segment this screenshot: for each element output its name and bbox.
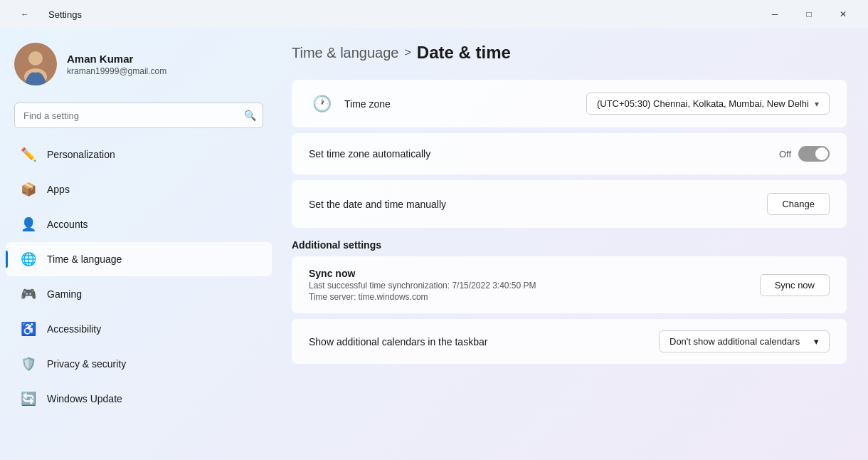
nav-list: ✏️Personalization📦Apps👤Accounts🌐Time & l… bbox=[0, 137, 277, 417]
timezone-value: (UTC+05:30) Chennai, Kolkata, Mumbai, Ne… bbox=[597, 98, 809, 109]
breadcrumb-parent: Time & language bbox=[292, 45, 398, 61]
sync-subtitle2: Time server: time.windows.com bbox=[309, 292, 536, 302]
sidebar-item-time-language[interactable]: 🌐Time & language bbox=[6, 242, 272, 276]
timezone-card-left: 🕐 Time zone bbox=[309, 95, 391, 113]
sidebar-item-label-time-language: Time & language bbox=[47, 253, 122, 265]
personalization-icon: ✏️ bbox=[20, 146, 37, 163]
calendar-dropdown[interactable]: Don't show additional calendars ▾ bbox=[659, 330, 830, 352]
sidebar-item-personalization[interactable]: ✏️Personalization bbox=[6, 137, 272, 172]
search-icon: 🔍 bbox=[244, 110, 256, 121]
set-timezone-auto-label: Set time zone automatically bbox=[309, 148, 430, 160]
timezone-dropdown[interactable]: (UTC+05:30) Chennai, Kolkata, Mumbai, Ne… bbox=[586, 93, 830, 115]
sidebar-item-gaming[interactable]: 🎮Gaming bbox=[6, 277, 272, 311]
sync-subtitle1: Last successful time synchronization: 7/… bbox=[309, 281, 536, 291]
search-container: 🔍 bbox=[0, 97, 277, 137]
sidebar-item-label-privacy-security: Privacy & security bbox=[47, 358, 126, 370]
sync-title: Sync now bbox=[309, 268, 536, 279]
sidebar-item-windows-update[interactable]: 🔄Windows Update bbox=[6, 382, 272, 416]
sidebar-item-accounts[interactable]: 👤Accounts bbox=[6, 207, 272, 241]
user-info: Aman Kumar kraman19999@gmail.com bbox=[67, 53, 166, 76]
toggle-state-label: Off bbox=[779, 149, 791, 160]
sidebar-item-label-accounts: Accounts bbox=[47, 219, 88, 230]
titlebar-controls: ─ □ ✕ bbox=[758, 3, 859, 26]
calendar-label: Show additional calendars in the taskbar bbox=[309, 336, 487, 347]
close-button[interactable]: ✕ bbox=[827, 3, 859, 26]
maximize-button[interactable]: □ bbox=[793, 3, 825, 26]
additional-settings-title: Additional settings bbox=[292, 239, 847, 251]
user-email: kraman19999@gmail.com bbox=[67, 66, 166, 76]
sidebar-item-apps[interactable]: 📦Apps bbox=[6, 172, 272, 207]
breadcrumb-current: Date & time bbox=[417, 43, 511, 63]
sidebar: Aman Kumar kraman19999@gmail.com 🔍 ✏️Per… bbox=[0, 28, 277, 460]
search-wrapper: 🔍 bbox=[14, 103, 263, 128]
time-language-icon: 🌐 bbox=[20, 251, 37, 268]
minimize-button[interactable]: ─ bbox=[758, 3, 791, 26]
user-name: Aman Kumar bbox=[67, 53, 166, 65]
timezone-card: 🕐 Time zone (UTC+05:30) Chennai, Kolkata… bbox=[292, 80, 847, 127]
accessibility-icon: ♿ bbox=[20, 320, 37, 338]
change-button[interactable]: Change bbox=[767, 193, 830, 215]
sidebar-item-accessibility[interactable]: ♿Accessibility bbox=[6, 312, 272, 346]
toggle-container: Off bbox=[779, 146, 830, 162]
apps-icon: 📦 bbox=[20, 181, 37, 198]
app-container: Aman Kumar kraman19999@gmail.com 🔍 ✏️Per… bbox=[0, 28, 868, 460]
timezone-label: Time zone bbox=[344, 98, 391, 110]
sidebar-item-label-personalization: Personalization bbox=[47, 149, 115, 160]
set-timezone-auto-card: Set time zone automatically Off bbox=[292, 133, 847, 174]
sync-card: Sync now Last successful time synchroniz… bbox=[292, 256, 847, 313]
sync-now-button[interactable]: Sync now bbox=[760, 274, 830, 296]
search-input[interactable] bbox=[14, 103, 263, 128]
timezone-auto-toggle[interactable] bbox=[798, 146, 830, 162]
calendar-card: Show additional calendars in the taskbar… bbox=[292, 319, 847, 364]
set-date-manual-label: Set the date and time manually bbox=[309, 199, 446, 210]
titlebar-title: Settings bbox=[48, 9, 82, 20]
breadcrumb: Time & language > Date & time bbox=[292, 43, 847, 63]
calendar-chevron: ▾ bbox=[814, 336, 819, 347]
timezone-icon: 🕐 bbox=[309, 95, 334, 113]
gaming-icon: 🎮 bbox=[20, 286, 37, 303]
toggle-thumb bbox=[815, 147, 828, 160]
titlebar-left: ← Settings bbox=[9, 3, 82, 26]
sidebar-item-label-accessibility: Accessibility bbox=[47, 323, 101, 335]
user-profile: Aman Kumar kraman19999@gmail.com bbox=[0, 28, 277, 97]
breadcrumb-arrow: > bbox=[404, 46, 411, 59]
sidebar-item-label-windows-update: Windows Update bbox=[47, 393, 122, 404]
sidebar-item-label-gaming: Gaming bbox=[47, 288, 82, 300]
timezone-chevron: ▾ bbox=[815, 99, 819, 109]
windows-update-icon: 🔄 bbox=[20, 390, 37, 407]
avatar bbox=[14, 43, 57, 85]
sidebar-item-label-apps: Apps bbox=[47, 184, 70, 195]
sidebar-item-privacy-security[interactable]: 🛡️Privacy & security bbox=[6, 347, 272, 381]
titlebar: ← Settings ─ □ ✕ bbox=[0, 0, 868, 28]
svg-point-1 bbox=[28, 51, 43, 66]
privacy-security-icon: 🛡️ bbox=[20, 355, 37, 372]
set-date-manually-card: Set the date and time manually Change bbox=[292, 180, 847, 228]
sync-card-info: Sync now Last successful time synchroniz… bbox=[309, 268, 536, 302]
calendar-value: Don't show additional calendars bbox=[669, 336, 800, 347]
accounts-icon: 👤 bbox=[20, 216, 37, 233]
back-button[interactable]: ← bbox=[9, 3, 41, 26]
main-content: Time & language > Date & time 🕐 Time zon… bbox=[277, 28, 868, 460]
